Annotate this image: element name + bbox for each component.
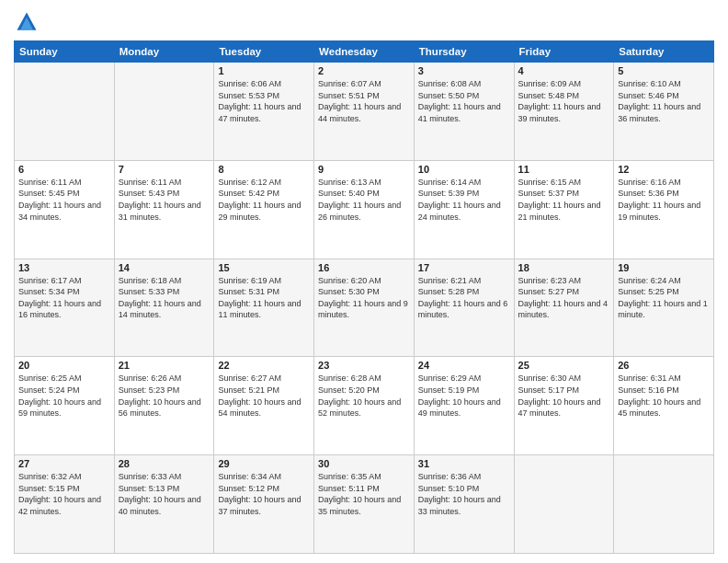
- day-number: 1: [218, 65, 310, 76]
- day-number: 6: [18, 164, 110, 175]
- calendar-cell: 26Sunrise: 6:31 AM Sunset: 5:16 PM Dayli…: [614, 357, 714, 455]
- day-detail: Sunrise: 6:09 AM Sunset: 5:48 PM Dayligh…: [518, 78, 610, 124]
- calendar-cell: 29Sunrise: 6:34 AM Sunset: 5:12 PM Dayli…: [214, 455, 314, 554]
- day-number: 12: [618, 164, 710, 175]
- day-number: 18: [518, 262, 610, 273]
- day-detail: Sunrise: 6:11 AM Sunset: 5:45 PM Dayligh…: [18, 177, 110, 223]
- day-number: 17: [418, 262, 510, 273]
- calendar-cell: [614, 455, 714, 554]
- calendar-cell: 31Sunrise: 6:36 AM Sunset: 5:10 PM Dayli…: [414, 455, 514, 554]
- calendar-cell: 19Sunrise: 6:24 AM Sunset: 5:25 PM Dayli…: [614, 259, 714, 357]
- day-number: 21: [119, 360, 210, 371]
- calendar-cell: 23Sunrise: 6:28 AM Sunset: 5:20 PM Dayli…: [314, 357, 415, 455]
- logo: [14, 9, 43, 35]
- calendar-week-5: 27Sunrise: 6:32 AM Sunset: 5:15 PM Dayli…: [15, 455, 714, 554]
- day-number: 8: [218, 164, 310, 175]
- day-detail: Sunrise: 6:28 AM Sunset: 5:20 PM Dayligh…: [318, 373, 410, 419]
- day-number: 29: [218, 458, 310, 469]
- day-number: 9: [318, 164, 410, 175]
- day-number: 30: [318, 458, 410, 469]
- calendar-cell: 2Sunrise: 6:07 AM Sunset: 5:51 PM Daylig…: [314, 63, 415, 161]
- calendar-cell: 6Sunrise: 6:11 AM Sunset: 5:45 PM Daylig…: [15, 160, 115, 259]
- calendar-cell: 13Sunrise: 6:17 AM Sunset: 5:34 PM Dayli…: [15, 259, 115, 357]
- day-number: 31: [418, 458, 510, 469]
- weekday-header-wednesday: Wednesday: [314, 41, 415, 63]
- calendar-cell: 4Sunrise: 6:09 AM Sunset: 5:48 PM Daylig…: [514, 63, 614, 161]
- weekday-header-sunday: Sunday: [15, 41, 115, 63]
- calendar-cell: 22Sunrise: 6:27 AM Sunset: 5:21 PM Dayli…: [214, 357, 314, 455]
- day-detail: Sunrise: 6:15 AM Sunset: 5:37 PM Dayligh…: [518, 177, 610, 223]
- calendar-cell: 14Sunrise: 6:18 AM Sunset: 5:33 PM Dayli…: [114, 259, 214, 357]
- day-number: 11: [518, 164, 610, 175]
- day-number: 24: [418, 360, 510, 371]
- logo-icon: [14, 9, 40, 35]
- page: SundayMondayTuesdayWednesdayThursdayFrid…: [0, 0, 728, 563]
- calendar-cell: 1Sunrise: 6:06 AM Sunset: 5:53 PM Daylig…: [214, 63, 314, 161]
- day-detail: Sunrise: 6:14 AM Sunset: 5:39 PM Dayligh…: [418, 177, 510, 223]
- day-detail: Sunrise: 6:24 AM Sunset: 5:25 PM Dayligh…: [618, 275, 710, 321]
- day-number: 3: [418, 65, 510, 76]
- calendar-week-4: 20Sunrise: 6:25 AM Sunset: 5:24 PM Dayli…: [15, 357, 714, 455]
- calendar-cell: 17Sunrise: 6:21 AM Sunset: 5:28 PM Dayli…: [414, 259, 514, 357]
- day-detail: Sunrise: 6:32 AM Sunset: 5:15 PM Dayligh…: [18, 471, 110, 517]
- day-detail: Sunrise: 6:36 AM Sunset: 5:10 PM Dayligh…: [418, 471, 510, 517]
- weekday-header-tuesday: Tuesday: [214, 41, 314, 63]
- calendar-header-row: SundayMondayTuesdayWednesdayThursdayFrid…: [15, 41, 714, 63]
- day-number: 28: [119, 458, 210, 469]
- calendar-cell: 30Sunrise: 6:35 AM Sunset: 5:11 PM Dayli…: [314, 455, 415, 554]
- day-detail: Sunrise: 6:13 AM Sunset: 5:40 PM Dayligh…: [318, 177, 410, 223]
- calendar-cell: 24Sunrise: 6:29 AM Sunset: 5:19 PM Dayli…: [414, 357, 514, 455]
- day-detail: Sunrise: 6:30 AM Sunset: 5:17 PM Dayligh…: [518, 373, 610, 419]
- day-number: 19: [618, 262, 710, 273]
- day-detail: Sunrise: 6:17 AM Sunset: 5:34 PM Dayligh…: [18, 275, 110, 321]
- day-number: 26: [618, 360, 710, 371]
- day-number: 5: [618, 65, 710, 76]
- day-number: 2: [318, 65, 410, 76]
- calendar-cell: 27Sunrise: 6:32 AM Sunset: 5:15 PM Dayli…: [15, 455, 115, 554]
- day-number: 13: [18, 262, 110, 273]
- day-detail: Sunrise: 6:11 AM Sunset: 5:43 PM Dayligh…: [119, 177, 210, 223]
- calendar-cell: [15, 63, 115, 161]
- day-detail: Sunrise: 6:12 AM Sunset: 5:42 PM Dayligh…: [218, 177, 310, 223]
- day-detail: Sunrise: 6:08 AM Sunset: 5:50 PM Dayligh…: [418, 78, 510, 124]
- day-detail: Sunrise: 6:34 AM Sunset: 5:12 PM Dayligh…: [218, 471, 310, 517]
- calendar-week-2: 6Sunrise: 6:11 AM Sunset: 5:45 PM Daylig…: [15, 160, 714, 259]
- calendar-table: SundayMondayTuesdayWednesdayThursdayFrid…: [14, 40, 714, 554]
- calendar-cell: 10Sunrise: 6:14 AM Sunset: 5:39 PM Dayli…: [414, 160, 514, 259]
- calendar-week-1: 1Sunrise: 6:06 AM Sunset: 5:53 PM Daylig…: [15, 63, 714, 161]
- day-number: 23: [318, 360, 410, 371]
- calendar-cell: [114, 63, 214, 161]
- day-detail: Sunrise: 6:25 AM Sunset: 5:24 PM Dayligh…: [18, 373, 110, 419]
- weekday-header-friday: Friday: [514, 41, 614, 63]
- day-detail: Sunrise: 6:06 AM Sunset: 5:53 PM Dayligh…: [218, 78, 310, 124]
- day-detail: Sunrise: 6:07 AM Sunset: 5:51 PM Dayligh…: [318, 78, 410, 124]
- day-number: 20: [18, 360, 110, 371]
- calendar-week-3: 13Sunrise: 6:17 AM Sunset: 5:34 PM Dayli…: [15, 259, 714, 357]
- calendar-cell: 12Sunrise: 6:16 AM Sunset: 5:36 PM Dayli…: [614, 160, 714, 259]
- calendar-cell: 18Sunrise: 6:23 AM Sunset: 5:27 PM Dayli…: [514, 259, 614, 357]
- calendar-cell: 9Sunrise: 6:13 AM Sunset: 5:40 PM Daylig…: [314, 160, 415, 259]
- calendar-cell: 16Sunrise: 6:20 AM Sunset: 5:30 PM Dayli…: [314, 259, 415, 357]
- day-detail: Sunrise: 6:23 AM Sunset: 5:27 PM Dayligh…: [518, 275, 610, 321]
- calendar-cell: 25Sunrise: 6:30 AM Sunset: 5:17 PM Dayli…: [514, 357, 614, 455]
- day-detail: Sunrise: 6:10 AM Sunset: 5:46 PM Dayligh…: [618, 78, 710, 124]
- calendar-cell: [514, 455, 614, 554]
- calendar-cell: 15Sunrise: 6:19 AM Sunset: 5:31 PM Dayli…: [214, 259, 314, 357]
- calendar-cell: 21Sunrise: 6:26 AM Sunset: 5:23 PM Dayli…: [114, 357, 214, 455]
- calendar-cell: 28Sunrise: 6:33 AM Sunset: 5:13 PM Dayli…: [114, 455, 214, 554]
- day-detail: Sunrise: 6:31 AM Sunset: 5:16 PM Dayligh…: [618, 373, 710, 419]
- day-number: 14: [119, 262, 210, 273]
- header: [14, 9, 714, 35]
- day-detail: Sunrise: 6:19 AM Sunset: 5:31 PM Dayligh…: [218, 275, 310, 321]
- day-detail: Sunrise: 6:35 AM Sunset: 5:11 PM Dayligh…: [318, 471, 410, 517]
- calendar-cell: 7Sunrise: 6:11 AM Sunset: 5:43 PM Daylig…: [114, 160, 214, 259]
- calendar-cell: 3Sunrise: 6:08 AM Sunset: 5:50 PM Daylig…: [414, 63, 514, 161]
- weekday-header-thursday: Thursday: [414, 41, 514, 63]
- weekday-header-monday: Monday: [114, 41, 214, 63]
- day-detail: Sunrise: 6:29 AM Sunset: 5:19 PM Dayligh…: [418, 373, 510, 419]
- calendar-cell: 11Sunrise: 6:15 AM Sunset: 5:37 PM Dayli…: [514, 160, 614, 259]
- day-detail: Sunrise: 6:27 AM Sunset: 5:21 PM Dayligh…: [218, 373, 310, 419]
- day-number: 25: [518, 360, 610, 371]
- day-number: 4: [518, 65, 610, 76]
- day-detail: Sunrise: 6:20 AM Sunset: 5:30 PM Dayligh…: [318, 275, 410, 321]
